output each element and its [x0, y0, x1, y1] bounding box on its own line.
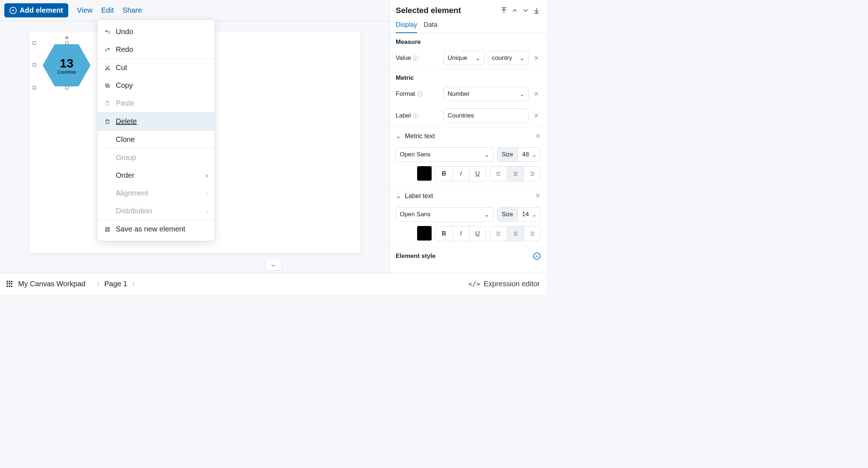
menu-view[interactable]: View — [77, 6, 93, 15]
menu-item-copy[interactable]: Copy — [98, 77, 215, 94]
menu-item-save-as-new[interactable]: Save as new element — [98, 220, 215, 238]
chevron-down-icon: ⌄ — [519, 54, 525, 62]
next-page-button[interactable]: › — [133, 280, 135, 288]
remove-label-text-icon[interactable]: ✕ — [535, 192, 541, 200]
tab-display[interactable]: Display — [396, 21, 417, 33]
align-center-button[interactable] — [507, 226, 523, 241]
label-input[interactable]: Countries — [444, 108, 529, 123]
menu-item-delete-label: Delete — [116, 117, 137, 126]
resize-handle-sw[interactable] — [33, 86, 36, 89]
grid-icon[interactable] — [7, 281, 13, 287]
selected-metric-element[interactable]: 13 Countries — [43, 44, 91, 86]
metric-color-swatch[interactable] — [417, 166, 432, 181]
move-down-icon[interactable] — [522, 7, 530, 15]
menu-item-undo-label: Undo — [116, 28, 133, 36]
underline-button[interactable]: U — [469, 167, 486, 181]
format-select[interactable]: Number ⌄ — [444, 87, 529, 101]
resize-handle-s[interactable] — [65, 86, 69, 89]
label-row: Label i Countries ✕ — [390, 105, 546, 127]
page-label[interactable]: Page 1 — [104, 280, 127, 288]
label-text-style-group: B I U — [435, 226, 486, 241]
label-text-accordion[interactable]: ⌄ Label text ✕ — [390, 186, 546, 205]
add-element-label: Add element — [20, 6, 63, 15]
resize-handle-w[interactable] — [33, 63, 36, 66]
metric-size-select[interactable]: Size 48 ⌄ — [497, 147, 541, 162]
clear-format-icon[interactable]: ✕ — [532, 90, 541, 98]
menu-edit[interactable]: Edit — [101, 6, 114, 15]
info-icon[interactable]: i — [417, 91, 423, 97]
align-right-button[interactable] — [523, 167, 540, 181]
menu-share[interactable]: Share — [123, 6, 142, 15]
italic-button[interactable]: I — [452, 167, 469, 181]
menu-item-distribution: Distribution › — [98, 202, 215, 220]
info-icon[interactable]: i — [413, 113, 418, 118]
element-style-row: Element style + — [390, 246, 546, 266]
label-label: Label i — [396, 112, 440, 119]
menu-item-save-as-new-label: Save as new element — [116, 225, 185, 233]
panel-header: Selected element — [390, 0, 546, 15]
resize-handle-nw[interactable] — [33, 41, 36, 45]
hexagon-shape: 13 Countries — [43, 44, 91, 86]
underline-button[interactable]: U — [469, 226, 486, 241]
footer: My Canvas Workpad ‹ Page 1 › </> Express… — [0, 273, 546, 295]
menu-item-group: Group — [98, 149, 215, 167]
metric-value: 13 — [60, 56, 74, 70]
page-tray-toggle[interactable] — [265, 260, 282, 271]
measure-heading: Measure — [390, 33, 546, 47]
menu-item-redo[interactable]: Redo — [98, 41, 215, 58]
add-element-style-button[interactable]: + — [533, 253, 541, 260]
label-color-swatch[interactable] — [417, 226, 432, 241]
add-element-button[interactable]: + Add element — [4, 3, 68, 17]
page-nav: ‹ Page 1 › — [97, 280, 134, 288]
tab-data[interactable]: Data — [424, 21, 437, 33]
menu-item-paste-label: Paste — [116, 99, 134, 107]
clear-label-icon[interactable]: ✕ — [532, 112, 541, 120]
info-icon[interactable]: i — [413, 56, 418, 61]
move-to-top-icon[interactable] — [500, 7, 508, 15]
label-font-select[interactable]: Open Sans ⌄ — [396, 207, 493, 222]
bold-button[interactable]: B — [436, 167, 452, 181]
rotate-handle[interactable] — [65, 36, 68, 39]
format-label: Format i — [396, 90, 440, 98]
menu-item-delete[interactable]: Delete — [98, 112, 215, 130]
label-align-group — [490, 226, 541, 241]
menu-item-copy-label: Copy — [116, 81, 133, 90]
align-center-button[interactable] — [507, 167, 523, 181]
move-to-bottom-icon[interactable] — [533, 7, 541, 15]
move-up-icon[interactable] — [511, 7, 519, 15]
field-select[interactable]: country ⌄ — [488, 51, 529, 65]
remove-metric-text-icon[interactable]: ✕ — [535, 132, 541, 140]
menu-item-order[interactable]: Order › — [98, 167, 215, 184]
expression-editor-button[interactable]: </> Expression editor — [468, 280, 540, 288]
format-row: Format i Number ⌄ ✕ — [390, 83, 546, 105]
menu-item-clone[interactable]: Clone — [98, 131, 215, 148]
italic-button[interactable]: I — [452, 226, 469, 241]
menu-item-clone-label: Clone — [116, 135, 135, 144]
clear-measure-icon[interactable]: ✕ — [532, 54, 541, 62]
chevron-down-icon: ⌄ — [532, 151, 540, 158]
chevron-right-icon: › — [205, 189, 208, 197]
menu-item-group-label: Group — [116, 153, 136, 162]
metric-text-accordion[interactable]: ⌄ Metric text ✕ — [390, 127, 546, 145]
align-right-button[interactable] — [523, 226, 540, 241]
aggregation-select[interactable]: Unique ⌄ — [444, 51, 484, 65]
chevron-down-icon: ⌄ — [475, 54, 480, 62]
bold-button[interactable]: B — [436, 226, 452, 241]
align-left-button[interactable] — [490, 226, 507, 241]
metric-font-select[interactable]: Open Sans ⌄ — [396, 147, 493, 162]
menu-item-undo[interactable]: Undo — [98, 23, 215, 41]
resize-handle-n[interactable] — [65, 41, 69, 45]
panel-tabs: Display Data — [390, 15, 546, 33]
menu-item-paste: Paste — [98, 94, 215, 112]
chevron-down-icon: ⌄ — [396, 132, 401, 140]
align-left-button[interactable] — [490, 167, 507, 181]
metric-text-style-group: B I U — [435, 166, 486, 181]
prev-page-button[interactable]: ‹ — [97, 280, 99, 288]
plus-circle-icon: + — [9, 7, 17, 14]
label-size-select[interactable]: Size 14 ⌄ — [497, 207, 541, 222]
menu-item-cut[interactable]: Cut — [98, 59, 215, 77]
save-icon — [104, 226, 111, 232]
panel-title: Selected element — [396, 6, 497, 15]
workpad-name[interactable]: My Canvas Workpad — [18, 280, 85, 288]
chevron-down-icon: ⌄ — [396, 192, 401, 200]
